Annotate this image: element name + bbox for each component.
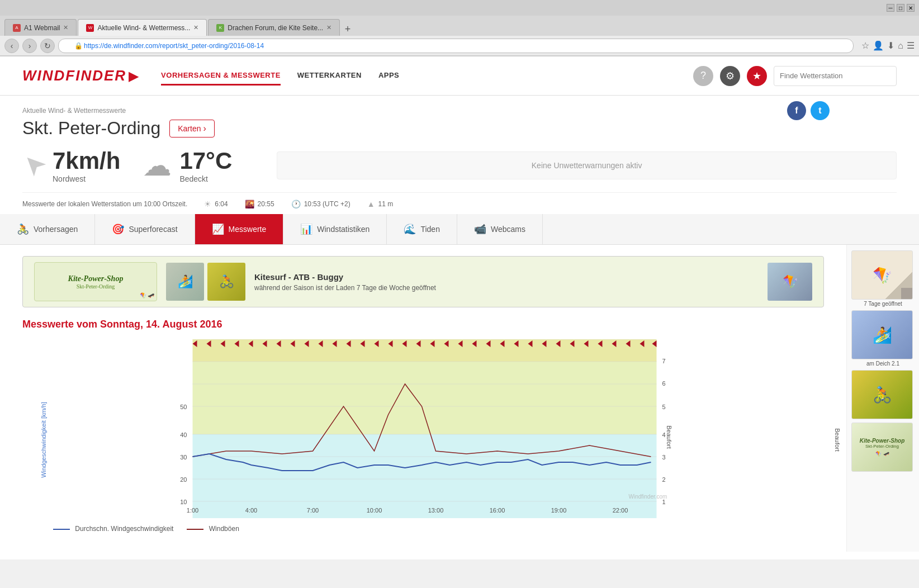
svg-text:50: 50 <box>180 404 187 410</box>
svg-text:Beaufort: Beaufort <box>666 425 672 449</box>
tab-favicon-kite: K <box>216 24 224 32</box>
favorites-button[interactable]: ★ <box>747 66 767 86</box>
minimize-btn[interactable]: ─ <box>887 4 894 12</box>
tab-webcams-label: Webcams <box>491 225 525 234</box>
title-bar: ─ □ ✕ <box>0 0 919 16</box>
tab-windfinder[interactable]: W Aktuelle Wind- & Wettermess... ✕ <box>78 19 207 36</box>
wind-block: ➤ 7km/h Nordwest <box>22 148 120 183</box>
svg-text:19:00: 19:00 <box>551 507 567 514</box>
ad-logo-block: Kite-Power-Shop Skt-Peter-Ording 🪁🛹 <box>34 262 157 301</box>
chart-title: Messwerte vom Sonntag, 14. August 2016 <box>22 319 824 330</box>
sidebar-kite-shop-text: Kite-Power-Shop <box>860 438 905 444</box>
tab-webcams[interactable]: 📹 Webcams <box>457 214 543 244</box>
lock-icon: 🔒 <box>74 42 83 50</box>
reload-button[interactable]: ↻ <box>40 39 55 53</box>
warning-box: Keine Unwetterwarnungen aktiv <box>277 151 897 179</box>
karten-label: Karten <box>178 124 201 133</box>
altitude-icon: ▲ <box>367 200 375 208</box>
settings-button[interactable]: ⚙ <box>720 66 740 86</box>
legend-gust: Windböen <box>187 525 239 533</box>
main-content: Kite-Power-Shop Skt-Peter-Ording 🪁🛹 🏄 🚴 … <box>0 245 919 552</box>
sidebar-item-1[interactable]: 🪁 7 Tage geöffnet <box>851 250 915 307</box>
cloud-icon: ☁ <box>143 149 172 182</box>
ad-banner[interactable]: Kite-Power-Shop Skt-Peter-Ording 🪁🛹 🏄 🚴 … <box>22 256 824 307</box>
temp-block: ☁ 17°C Bedeckt <box>143 148 232 183</box>
legend-avg: Durchschn. Windgeschwindigkeit <box>53 525 173 533</box>
y-axis-label: Windgeschwindigkeit [km/h] <box>40 402 47 478</box>
ad-thumb-1: 🏄 <box>166 263 204 301</box>
nav-vorhersagen[interactable]: VORHERSAGEN & MESSWERTE <box>161 67 281 86</box>
y-axis-right-label: Beaufort <box>834 428 841 452</box>
sidebar-thumb-2: 🏄 <box>851 310 913 359</box>
menu-icon[interactable]: ☰ <box>907 40 915 51</box>
tab-label-kite: Drachen Forum, die Kite Seite... <box>228 24 323 32</box>
tab-messwerte[interactable]: 📈 Messwerte <box>195 214 284 244</box>
tab-favicon-windfinder: W <box>86 24 94 32</box>
download-icon[interactable]: ⬇ <box>887 40 894 51</box>
weather-desc: Bedeckt <box>179 174 232 183</box>
twitter-button[interactable]: t <box>811 101 830 120</box>
tab-tiden[interactable]: 🌊 Tiden <box>387 214 457 244</box>
sunset-time: 20:55 <box>258 200 274 208</box>
nav-wetterkarten[interactable]: WETTERKARTEN <box>297 67 362 86</box>
logo-arrow-icon: ▶ <box>129 68 139 84</box>
forward-button[interactable]: › <box>22 39 37 53</box>
tab-kite[interactable]: K Drachen Forum, die Kite Seite... ✕ <box>208 19 340 36</box>
address-bar: ‹ › ↻ 🔒 https://de.windfinder.com/report… <box>0 36 919 56</box>
windstatistiken-icon: 📊 <box>300 223 312 235</box>
sunrise-time: 6:04 <box>215 200 228 208</box>
tiden-icon: 🌊 <box>404 223 416 235</box>
meta-label: Messwerte der lokalen Wetterstation um 1… <box>22 200 187 208</box>
social-icons: f t <box>787 101 830 120</box>
help-button[interactable]: ? <box>693 66 713 86</box>
main-nav: VORHERSAGEN & MESSWERTE WETTERKARTEN APP… <box>161 67 399 86</box>
svg-text:7: 7 <box>662 358 666 364</box>
svg-text:1:00: 1:00 <box>187 507 198 514</box>
logo[interactable]: WINDFINDER ▶ <box>22 67 139 84</box>
new-tab-button[interactable]: + <box>341 22 354 36</box>
ad-subtitle: während der Saison ist der Laden 7 Tage … <box>254 284 759 292</box>
sidebar-item-2[interactable]: 🏄 am Deich 2.1 <box>851 310 915 367</box>
svg-text:20: 20 <box>180 476 187 483</box>
tab-vorhersagen[interactable]: 🚴 Vorhersagen <box>0 214 95 244</box>
tab-tiden-label: Tiden <box>420 225 440 234</box>
close-btn[interactable]: ✕ <box>907 4 915 12</box>
sidebar-item-4[interactable]: Kite-Power-Shop Skt-Peter-Ording 🪁🛹 <box>851 423 915 472</box>
sidebar-thumb-4: Kite-Power-Shop Skt-Peter-Ording 🪁🛹 <box>851 423 913 472</box>
wind-direction: Nordwest <box>53 174 120 183</box>
ad-right-thumbs: 🪁 <box>768 263 812 301</box>
sidebar-item-3[interactable]: 🚴 <box>851 370 915 419</box>
tab-label-webmail: A1 Webmail <box>24 24 60 32</box>
facebook-button[interactable]: f <box>787 101 806 120</box>
ad-thumb-2: 🚴 <box>207 263 245 301</box>
current-time: 10:53 (UTC +2) <box>304 200 350 208</box>
bookmark-icon[interactable]: ☆ <box>861 40 869 51</box>
sunrise-item: ☀ 6:04 <box>204 200 228 208</box>
sunset-icon: 🌇 <box>245 200 254 208</box>
maximize-btn[interactable]: □ <box>897 4 904 12</box>
tab-close-windfinder[interactable]: ✕ <box>193 24 198 31</box>
svg-text:16:00: 16:00 <box>490 507 505 514</box>
station-name: Skt. Peter-Ording <box>22 118 160 139</box>
altitude-item: ▲ 11 m <box>367 200 394 208</box>
breadcrumb: Aktuelle Wind- & Wettermesswerte <box>22 107 897 115</box>
karten-link[interactable]: Karten › <box>169 120 215 137</box>
tab-windstatistiken[interactable]: 📊 Windstatistiken <box>283 214 387 244</box>
svg-text:Windfinder.com: Windfinder.com <box>629 494 667 500</box>
station-area: f t Aktuelle Wind- & Wettermesswerte Skt… <box>0 96 919 214</box>
tab-close-kite[interactable]: ✕ <box>326 24 331 31</box>
tab-webmail[interactable]: A A1 Webmail ✕ <box>4 19 77 36</box>
station-search-input[interactable] <box>774 66 897 86</box>
user-icon[interactable]: 👤 <box>873 40 884 51</box>
tab-superforecast-label: Superforecast <box>129 225 177 234</box>
tab-close-webmail[interactable]: ✕ <box>63 24 68 31</box>
nav-apps[interactable]: APPS <box>378 67 399 86</box>
home-icon[interactable]: ⌂ <box>898 41 903 51</box>
ad-title: Kitesurf - ATB - Buggy <box>254 272 759 282</box>
weather-row: ➤ 7km/h Nordwest ☁ 17°C Bedeckt Keine Un… <box>22 148 897 183</box>
url-bar[interactable]: 🔒 https://de.windfinder.com/report/skt_p… <box>58 39 854 53</box>
back-button[interactable]: ‹ <box>4 39 19 53</box>
svg-text:30: 30 <box>180 454 187 461</box>
svg-text:4:00: 4:00 <box>245 507 257 514</box>
tab-superforecast[interactable]: 🎯 Superforecast <box>95 214 195 244</box>
